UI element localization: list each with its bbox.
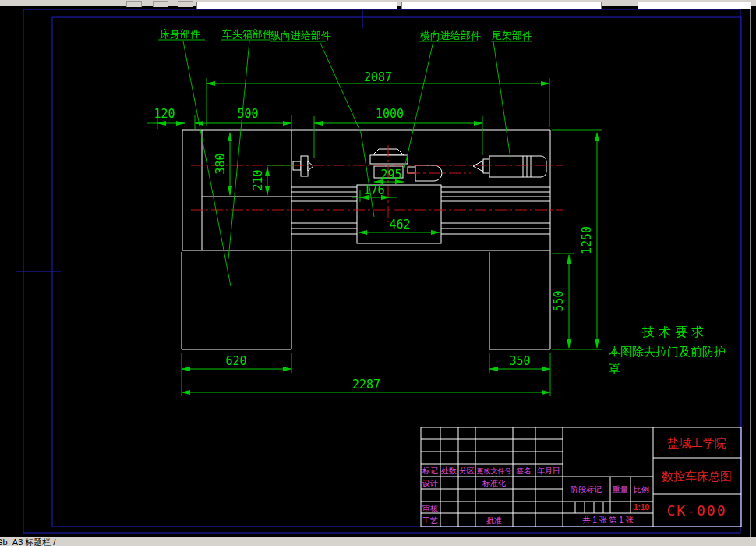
- tb-drawing-title: 数控车床总图: [662, 470, 732, 483]
- tb-mark: 标记: [422, 466, 438, 475]
- label-headstock: 车头箱部件: [222, 28, 273, 40]
- dim-1000: 1000: [376, 107, 404, 121]
- tb-signature: 签名: [516, 466, 532, 475]
- label-bed: 床身部件: [160, 28, 200, 40]
- toolbar-strip: [0, 0, 756, 6]
- label-cross-feed: 横向进给部件: [419, 30, 481, 41]
- part-labels: 床身部件 车头箱部件 纵向进给部件 横向进给部件 尾架部件: [160, 28, 532, 41]
- tb-count: 处数: [441, 466, 457, 475]
- dim-2287: 2287: [352, 378, 380, 392]
- tb-scale-value: 1:10: [634, 503, 649, 512]
- label-longitudinal-feed: 纵向进给部件: [270, 30, 331, 41]
- title-block-labels: 标记 处数 分区 更改文件号 签名 年月日 设计 标准化 审核 工艺 批准 阶段…: [422, 436, 732, 525]
- tb-process: 工艺: [422, 516, 438, 525]
- tb-approve: 批准: [486, 516, 502, 525]
- tech-req-title: 技术要求: [641, 325, 708, 339]
- tb-change-file-no: 更改文件号: [477, 467, 512, 475]
- dim-1250: 1250: [580, 226, 594, 254]
- dim-350: 350: [509, 354, 530, 368]
- dim-2087: 2087: [364, 70, 392, 84]
- technical-requirements: 技术要求 本图除去拉门及前防护 罩: [609, 325, 726, 374]
- label-tailstock: 尾架部件: [492, 30, 532, 41]
- dim-176: 176: [363, 183, 384, 197]
- dim-380: 380: [214, 153, 228, 174]
- layout-tab[interactable]: Gb_A3 标题栏 /: [0, 537, 55, 546]
- tb-scale: 比例: [634, 485, 649, 494]
- drawing-canvas: 床身部件 车头箱部件 纵向进给部件 横向进给部件 尾架部件: [0, 0, 756, 546]
- tb-date: 年月日: [537, 466, 560, 475]
- tailstock: [473, 156, 546, 177]
- tb-weight: 重量: [612, 485, 628, 494]
- dim-462: 462: [389, 218, 410, 232]
- dim-210: 210: [251, 169, 265, 190]
- toolbar-button[interactable]: [153, 1, 168, 7]
- tb-design: 设计: [422, 479, 438, 488]
- machine-legs: [182, 250, 550, 349]
- tech-req-line2: 罩: [609, 361, 620, 374]
- toolbar-combo-layer[interactable]: [196, 2, 397, 9]
- tb-sheet-info: 共 1 张 第 1 张: [582, 516, 633, 524]
- toolbar-combo-color[interactable]: [401, 2, 602, 9]
- toolbar-button[interactable]: [126, 1, 142, 7]
- dim-550: 550: [552, 290, 566, 311]
- tb-drawing-no: CK-000: [666, 502, 726, 519]
- tech-req-line1: 本图除去拉门及前防护: [609, 345, 726, 358]
- dim-500: 500: [237, 107, 258, 121]
- tb-zone: 分区: [459, 466, 475, 475]
- dim-295: 295: [380, 168, 401, 182]
- dim-120: 120: [154, 107, 175, 121]
- status-bar: Gb_A3 标题栏 /: [0, 537, 756, 546]
- sheet-border-frames: [16, 9, 741, 533]
- tb-standardization: 标准化: [482, 479, 506, 488]
- dim-620: 620: [225, 354, 246, 368]
- tb-school: 盐城工学院: [668, 436, 726, 449]
- tb-review: 审核: [422, 504, 438, 512]
- toolbar-button[interactable]: [178, 1, 193, 7]
- tb-stage-mark: 阶段标记: [571, 485, 602, 494]
- toolbar-combo-linetype[interactable]: [638, 2, 751, 9]
- cad-application-window: 床身部件 车头箱部件 纵向进给部件 横向进给部件 尾架部件: [0, 0, 756, 546]
- spindle-center: [293, 156, 313, 176]
